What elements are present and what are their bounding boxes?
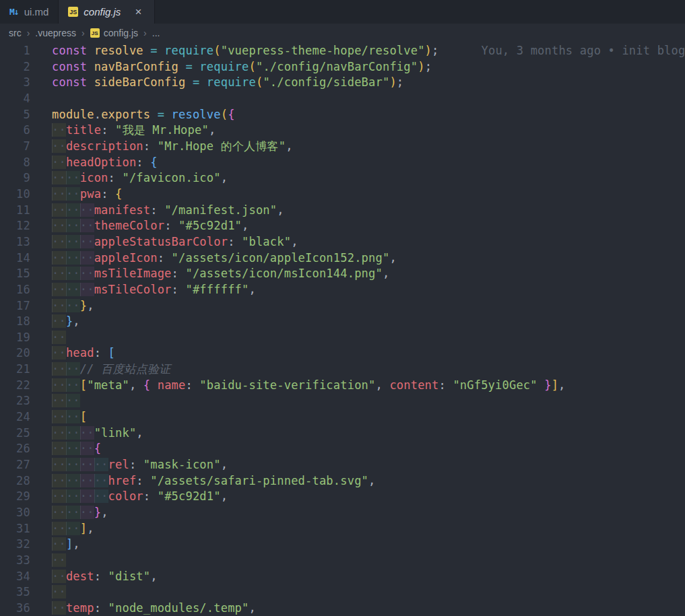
code-line[interactable]: 14······appleIcon: "/assets/icon/appleIc… — [0, 250, 685, 267]
breadcrumb-item-vuepress[interactable]: .vuepress — [35, 28, 76, 38]
code-token: description — [66, 139, 143, 153]
line-number[interactable]: 15 — [0, 266, 30, 282]
code-line[interactable]: 8··headOption: { — [0, 155, 685, 171]
code-line[interactable]: 17····}, — [0, 298, 685, 314]
code-line[interactable]: 27········rel: "mask-icon", — [0, 457, 685, 473]
code-editor[interactable]: 1const resolve = require("vuepress-theme… — [0, 42, 685, 616]
code-line[interactable]: 24····[ — [0, 409, 685, 425]
code-line[interactable]: 18··}, — [0, 314, 685, 330]
indent-band: ·· — [52, 299, 66, 312]
code-token: : — [228, 235, 242, 248]
line-number[interactable]: 35 — [0, 584, 30, 601]
indent-band: ·· — [80, 442, 94, 455]
code-token: , — [291, 235, 298, 248]
line-number[interactable]: 21 — [0, 362, 30, 378]
breadcrumb-item-configjs[interactable]: JSconfig.js — [90, 28, 138, 38]
line-number[interactable]: 26 — [0, 441, 30, 457]
code-token: , — [150, 570, 157, 583]
indent-band: ·· — [52, 156, 66, 169]
line-number[interactable]: 6 — [0, 123, 30, 139]
line-number[interactable]: 30 — [0, 505, 30, 521]
line-number[interactable]: 1 — [0, 43, 30, 59]
line-number[interactable]: 5 — [0, 107, 30, 123]
code-line[interactable]: 29········color: "#5c92d1", — [0, 489, 685, 505]
code-line[interactable]: 23···· — [0, 393, 685, 409]
code-token: ; — [432, 44, 438, 57]
line-number[interactable]: 10 — [0, 186, 30, 203]
code-token: : — [439, 378, 453, 392]
code-line-text: module.exports = resolve({ — [52, 107, 235, 123]
line-number[interactable]: 20 — [0, 345, 30, 362]
code-line[interactable]: 20··head: [ — [0, 345, 685, 362]
code-line[interactable]: 21····// 百度站点验证 — [0, 362, 685, 378]
line-number[interactable]: 23 — [0, 393, 30, 409]
line-number[interactable]: 14 — [0, 250, 30, 267]
line-number[interactable]: 9 — [0, 170, 30, 186]
code-line[interactable]: 9····icon: "/favicon.ico", — [0, 170, 685, 186]
code-line[interactable]: 22····["meta", { name: "baidu-site-verif… — [0, 378, 685, 394]
indent-band: ·· — [52, 139, 66, 153]
code-line[interactable]: 26······{ — [0, 441, 685, 457]
code-line[interactable]: 35·· — [0, 584, 685, 601]
line-number[interactable]: 28 — [0, 473, 30, 489]
line-number[interactable]: 7 — [0, 139, 30, 155]
line-number[interactable]: 13 — [0, 234, 30, 250]
line-number[interactable]: 25 — [0, 425, 30, 442]
code-line[interactable]: 3const sideBarConfig = require("./config… — [0, 75, 685, 91]
code-line[interactable]: 7··description: "Mr.Hope 的个人博客", — [0, 139, 685, 155]
indent-band: ·· — [66, 394, 80, 407]
line-number[interactable]: 18 — [0, 314, 30, 330]
breadcrumb-item-src[interactable]: src — [9, 28, 22, 38]
breadcrumb-label: ... — [152, 28, 160, 38]
code-line[interactable]: 2const navBarConfig = require("./config/… — [0, 59, 685, 75]
code-token: "mask-icon" — [143, 458, 221, 471]
line-number[interactable]: 27 — [0, 457, 30, 473]
code-line-text: ······msTileColor: "#ffffff", — [52, 282, 256, 298]
code-line[interactable]: 31····], — [0, 521, 685, 537]
line-number[interactable]: 16 — [0, 282, 30, 298]
code-line[interactable]: 33·· — [0, 553, 685, 569]
line-number[interactable]: 31 — [0, 521, 30, 537]
code-line[interactable]: 13······appleStatusBarColor: "black", — [0, 234, 685, 250]
code-line[interactable]: 32··], — [0, 537, 685, 553]
line-number[interactable]: 22 — [0, 378, 30, 394]
indent-band: ·· — [52, 187, 66, 201]
code-line[interactable]: 15······msTileImage: "/assets/icon/msIco… — [0, 266, 685, 282]
line-number[interactable]: 17 — [0, 298, 30, 314]
code-line[interactable]: 12······themeColor: "#5c92d1", — [0, 218, 685, 234]
line-number[interactable]: 11 — [0, 203, 30, 219]
code-line[interactable]: 25······"link", — [0, 425, 685, 442]
breadcrumb-item-[interactable]: ... — [152, 28, 160, 38]
indent-band: ·· — [52, 235, 66, 248]
code-line[interactable]: 36··temp: "node_modules/.temp", — [0, 601, 685, 616]
line-number[interactable]: 3 — [0, 75, 30, 91]
indent-band: ·· — [52, 570, 66, 583]
indent-band: ·· — [80, 267, 94, 280]
code-line[interactable]: 1const resolve = require("vuepress-theme… — [0, 43, 685, 59]
line-number[interactable]: 24 — [0, 409, 30, 425]
code-line[interactable]: 16······msTileColor: "#ffffff", — [0, 282, 685, 298]
code-line[interactable]: 28········href: "/assets/safari-pinned-t… — [0, 473, 685, 489]
line-number[interactable]: 36 — [0, 601, 30, 616]
line-number[interactable]: 19 — [0, 330, 30, 346]
line-number[interactable]: 12 — [0, 218, 30, 234]
close-icon[interactable]: × — [131, 5, 145, 19]
code-line[interactable]: 19·· — [0, 330, 685, 346]
line-number[interactable]: 29 — [0, 489, 30, 505]
code-line[interactable]: 10····pwa: { — [0, 186, 685, 203]
tab-ui-md[interactable]: M↓ ui.md — [0, 0, 59, 24]
code-line[interactable]: 5module.exports = resolve({ — [0, 107, 685, 123]
line-number[interactable]: 34 — [0, 569, 30, 585]
code-line[interactable]: 34··dest: "dist", — [0, 569, 685, 585]
tab-config-js[interactable]: JS config.js × — [59, 0, 155, 24]
code-line[interactable]: 11······manifest: "/manifest.json", — [0, 203, 685, 219]
code-line[interactable]: 4 — [0, 91, 685, 107]
line-number[interactable]: 4 — [0, 91, 30, 107]
code-line[interactable]: 30······}, — [0, 505, 685, 521]
indent-band: ·· — [80, 489, 94, 503]
line-number[interactable]: 32 — [0, 537, 30, 553]
code-line[interactable]: 6··title: "我是 Mr.Hope", — [0, 123, 685, 139]
line-number[interactable]: 8 — [0, 155, 30, 171]
line-number[interactable]: 2 — [0, 59, 30, 75]
line-number[interactable]: 33 — [0, 553, 30, 569]
